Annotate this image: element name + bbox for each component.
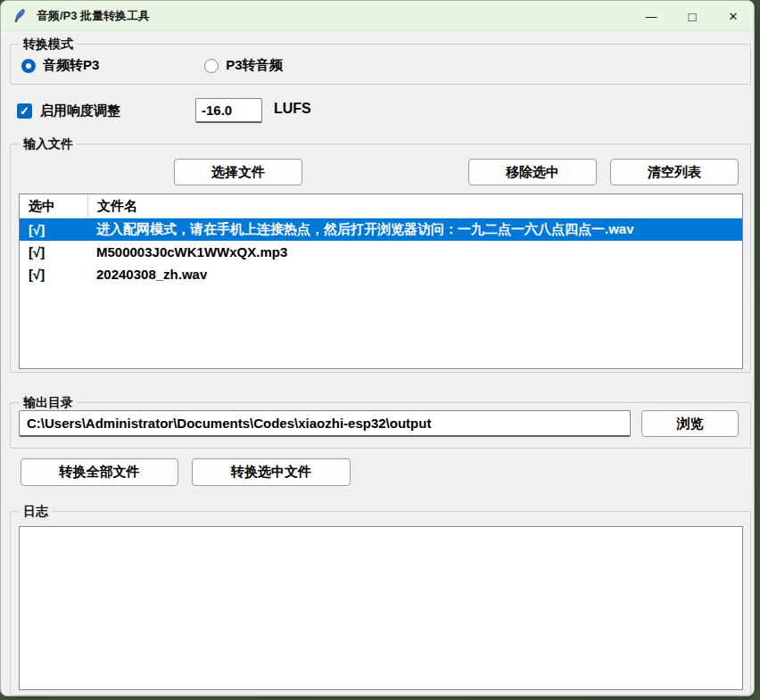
input-files-label: 输入文件 bbox=[20, 136, 77, 152]
radio-p3-to-audio-label[interactable]: P3转音频 bbox=[226, 57, 282, 74]
close-icon[interactable]: ✕ bbox=[713, 1, 754, 31]
log-textarea[interactable] bbox=[19, 526, 743, 690]
file-table: 选中 文件名 [√] 进入配网模式，请在手机上连接热点，然后打开浏览器访问：一九… bbox=[19, 194, 743, 369]
row-filename-cell: 20240308_zh.wav bbox=[87, 267, 742, 282]
log-group-label: 日志 bbox=[20, 503, 52, 520]
window-title: 音频/P3 批量转换工具 bbox=[37, 8, 150, 24]
radio-p3-to-audio[interactable] bbox=[204, 59, 219, 73]
remove-selected-button[interactable]: 移除选中 bbox=[468, 159, 597, 185]
clear-list-button[interactable]: 清空列表 bbox=[610, 159, 739, 185]
file-table-header: 选中 文件名 bbox=[20, 194, 742, 218]
mode-radio-row: 音频转P3 P3转音频 bbox=[21, 57, 283, 74]
output-dir-label: 输出目录 bbox=[20, 394, 77, 411]
mode-group: 转换模式 音频转P3 P3转音频 bbox=[10, 44, 751, 85]
row-filename-cell: 进入配网模式，请在手机上连接热点，然后打开浏览器访问：一九二点一六八点四点一.w… bbox=[87, 221, 742, 238]
column-header-filename[interactable]: 文件名 bbox=[87, 194, 742, 218]
table-row[interactable]: [√] 进入配网模式，请在手机上连接热点，然后打开浏览器访问：一九二点一六八点四… bbox=[20, 218, 742, 241]
row-filename-cell: M500003J0cWK1WWxQX.mp3 bbox=[87, 244, 742, 259]
window-controls: — □ ✕ bbox=[631, 1, 754, 31]
radio-audio-to-p3[interactable] bbox=[21, 59, 36, 73]
radio-audio-to-p3-label[interactable]: 音频转P3 bbox=[43, 57, 99, 74]
column-header-checked[interactable]: 选中 bbox=[20, 194, 87, 218]
select-files-button[interactable]: 选择文件 bbox=[174, 159, 302, 185]
app-feather-icon bbox=[12, 8, 28, 24]
output-path-input[interactable]: C:\Users\Administrator\Documents\Codes\x… bbox=[19, 410, 631, 437]
table-row[interactable]: [√] 20240308_zh.wav bbox=[20, 263, 742, 285]
maximize-icon[interactable]: □ bbox=[672, 1, 713, 31]
loudness-checkbox-label[interactable]: 启用响度调整 bbox=[40, 103, 120, 119]
table-row[interactable]: [√] M500003J0cWK1WWxQX.mp3 bbox=[20, 241, 742, 263]
title-bar: 音频/P3 批量转换工具 — □ ✕ bbox=[1, 1, 754, 31]
lufs-unit-label: LUFS bbox=[274, 101, 311, 117]
mode-group-label: 转换模式 bbox=[20, 36, 77, 53]
minimize-icon[interactable]: — bbox=[631, 1, 672, 31]
loudness-checkbox[interactable]: ✓ bbox=[17, 103, 32, 119]
loudness-row: ✓ 启用响度调整 bbox=[17, 98, 120, 123]
row-checked-cell: [√] bbox=[20, 267, 87, 282]
convert-all-button[interactable]: 转换全部文件 bbox=[21, 458, 178, 486]
browse-button[interactable]: 浏览 bbox=[641, 410, 739, 437]
convert-selected-button[interactable]: 转换选中文件 bbox=[192, 458, 351, 486]
app-window: 音频/P3 批量转换工具 — □ ✕ 转换模式 音频转P3 P3转音频 ✓ 启用… bbox=[0, 0, 755, 696]
row-checked-cell: [√] bbox=[20, 244, 87, 259]
lufs-value-input[interactable]: -16.0 bbox=[195, 98, 262, 123]
row-checked-cell: [√] bbox=[20, 222, 87, 237]
